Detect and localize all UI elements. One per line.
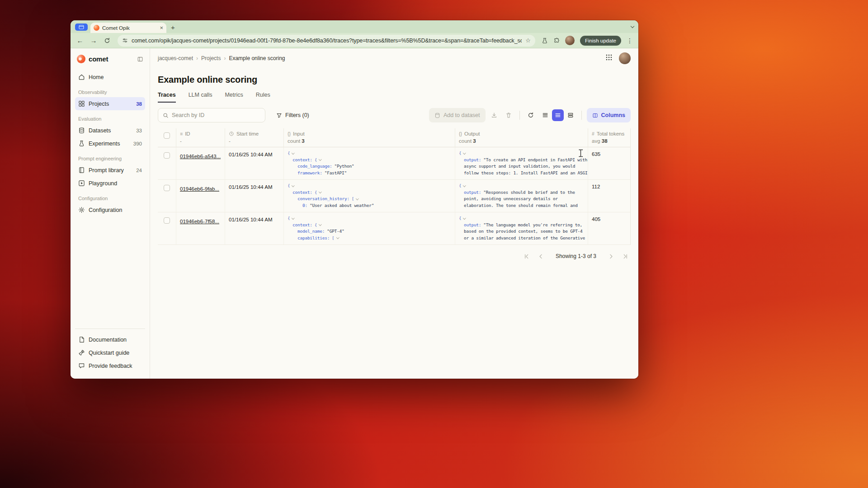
table-controls: Filters (0) Add to dataset xyxy=(158,108,631,122)
brand-name: comet xyxy=(89,55,108,63)
beaker-icon[interactable] xyxy=(540,38,550,44)
sidebar-item-datasets[interactable]: Datasets 33 xyxy=(75,124,145,137)
collapse-chevron-icon[interactable] xyxy=(319,190,321,193)
sidebar-item-label: Home xyxy=(89,74,104,80)
collapse-chevron-icon[interactable] xyxy=(463,151,466,154)
site-settings-icon[interactable] xyxy=(122,38,128,43)
export-download-button[interactable] xyxy=(488,109,500,121)
sidebar-section-observability: Observability xyxy=(78,89,142,95)
search-box[interactable] xyxy=(158,108,265,122)
window-icon xyxy=(79,25,84,29)
filters-button[interactable]: Filters (0) xyxy=(271,108,315,122)
column-header-output[interactable]: {}Output count 3 xyxy=(455,128,588,147)
tab-metrics[interactable]: Metrics xyxy=(225,92,243,103)
rows-large-icon xyxy=(567,112,574,118)
json-value: "User asked about weather" xyxy=(310,203,374,208)
breadcrumb-workspace[interactable]: jacques-comet xyxy=(158,55,193,61)
back-button[interactable]: ← xyxy=(74,35,86,47)
sidebar-item-playground[interactable]: Playground xyxy=(75,177,145,190)
trace-output-cell[interactable]: { output:"The language model you're refe… xyxy=(455,212,588,245)
browser-profile-avatar[interactable] xyxy=(565,36,575,45)
prev-page-button[interactable] xyxy=(536,251,547,262)
row-height-large-button[interactable] xyxy=(565,109,576,121)
sidebar-collapse-icon[interactable] xyxy=(137,56,143,62)
row-checkbox[interactable] xyxy=(164,217,170,224)
last-page-button[interactable] xyxy=(620,251,631,262)
collapse-chevron-icon[interactable] xyxy=(319,223,321,225)
tab-rules[interactable]: Rules xyxy=(256,92,270,103)
collapse-chevron-icon[interactable] xyxy=(319,158,321,160)
app-header: jacques-comet › Projects › Example onlin… xyxy=(158,48,631,68)
trace-id-link[interactable]: 01946eb6-7f58... xyxy=(180,219,219,224)
column-header-id[interactable]: ≡ID - xyxy=(176,128,225,147)
main-content: jacques-comet › Projects › Example onlin… xyxy=(150,48,638,379)
table-row-cell xyxy=(158,180,176,212)
trace-input-cell[interactable]: { context:{ code_language:"Python" frame… xyxy=(283,147,455,180)
columns-button[interactable]: Columns xyxy=(587,108,631,122)
tab-llm-calls[interactable]: LLM calls xyxy=(189,92,212,103)
tab-search-chevron-icon[interactable] xyxy=(631,21,634,29)
database-icon xyxy=(78,127,85,134)
browser-tab[interactable]: Comet Opik × xyxy=(90,23,166,33)
json-value: "Python" xyxy=(335,164,354,169)
next-page-icon xyxy=(608,253,614,259)
forward-button[interactable]: → xyxy=(88,35,99,47)
trace-total-tokens: 112 xyxy=(588,180,630,212)
apps-grid-icon[interactable] xyxy=(605,54,613,63)
next-page-button[interactable] xyxy=(605,251,616,262)
reload-button[interactable] xyxy=(101,35,113,47)
delete-button[interactable] xyxy=(503,109,514,121)
add-to-dataset-button[interactable]: Add to dataset xyxy=(429,108,486,122)
row-height-medium-button[interactable] xyxy=(552,109,564,121)
json-key: 0: xyxy=(302,203,307,208)
column-label: ID xyxy=(185,131,190,136)
first-page-button[interactable] xyxy=(521,251,532,262)
sidebar-item-experiments[interactable]: Experiments 390 xyxy=(75,137,145,150)
sidebar-item-home[interactable]: Home xyxy=(75,70,145,84)
url-bar[interactable]: comet.com/opik/jacques-comet/projects/01… xyxy=(118,35,535,47)
sidebar-item-provide-feedback[interactable]: Provide feedback xyxy=(75,359,145,372)
collapse-chevron-icon[interactable] xyxy=(356,197,359,200)
tab-group-chip[interactable] xyxy=(75,23,88,31)
tab-traces[interactable]: Traces xyxy=(158,92,176,103)
tab-close-icon[interactable]: × xyxy=(160,25,163,31)
column-header-input[interactable]: {}Input count 3 xyxy=(283,128,455,147)
rows-small-icon xyxy=(542,112,548,118)
sidebar-item-prompt-library[interactable]: Prompt library 24 xyxy=(75,164,145,177)
extensions-puzzle-icon[interactable] xyxy=(552,38,561,44)
breadcrumb-projects[interactable]: Projects xyxy=(201,55,221,61)
collapse-chevron-icon[interactable] xyxy=(292,216,295,219)
new-tab-button[interactable]: + xyxy=(171,24,175,31)
sidebar-item-quickstart-guide[interactable]: Quickstart guide xyxy=(75,346,145,359)
sidebar-item-documentation[interactable]: Documentation xyxy=(75,333,145,346)
finish-update-button[interactable]: Finish update xyxy=(580,36,621,46)
collapse-chevron-icon[interactable] xyxy=(292,151,295,154)
trace-input-cell[interactable]: { context:{ model_name:"GPT-4" capabilit… xyxy=(283,212,455,245)
column-label: Input xyxy=(293,131,305,136)
column-header-start-time[interactable]: Start time - xyxy=(225,128,283,147)
collapse-chevron-icon[interactable] xyxy=(463,216,466,219)
select-all-checkbox[interactable] xyxy=(164,132,170,139)
row-checkbox[interactable] xyxy=(164,152,170,159)
row-checkbox[interactable] xyxy=(164,185,170,191)
search-input[interactable] xyxy=(172,112,260,118)
column-header-total-tokens[interactable]: #Total tokens avg 38 xyxy=(588,128,630,147)
collapse-chevron-icon[interactable] xyxy=(463,184,466,187)
collapse-chevron-icon[interactable] xyxy=(336,236,339,239)
bookmark-star-icon[interactable]: ☆ xyxy=(525,37,531,44)
trace-output-cell[interactable]: { output:"To create an API endpoint in F… xyxy=(455,147,588,180)
trace-id-link[interactable]: 01946eb6-9fab... xyxy=(180,186,219,192)
browser-menu-icon[interactable]: ⋮ xyxy=(625,37,635,44)
sidebar-item-projects[interactable]: Projects 38 xyxy=(75,97,145,110)
user-avatar[interactable] xyxy=(619,52,631,64)
collapse-chevron-icon[interactable] xyxy=(292,184,295,187)
row-height-small-button[interactable] xyxy=(539,109,551,121)
pagination-summary: Showing 1-3 of 3 xyxy=(556,253,596,259)
trace-id-link[interactable]: 01946eb6-a543... xyxy=(180,154,221,159)
json-brace: { xyxy=(459,216,461,221)
sidebar-item-configuration[interactable]: Configuration xyxy=(75,203,145,216)
trace-input-cell[interactable]: { context:{ conversation_history:[ 0:"Us… xyxy=(283,180,455,212)
trace-output-cell[interactable]: { output:"Responses should be brief and … xyxy=(455,180,588,212)
column-subvalue: - xyxy=(180,138,221,144)
refresh-button[interactable] xyxy=(525,109,537,121)
